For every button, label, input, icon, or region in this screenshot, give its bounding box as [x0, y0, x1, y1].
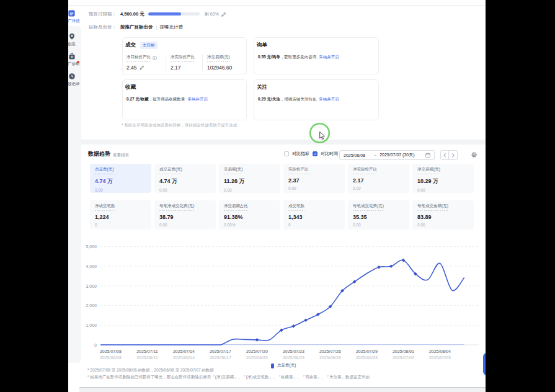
metric-tile-compare-value: 0.00: [417, 223, 469, 227]
gear-icon[interactable]: [471, 151, 477, 158]
budget-value: 4,500.00 元: [120, 11, 144, 17]
metric-tile-compare-value: 0.00: [288, 186, 340, 190]
goal-card-title-text: 成交: [125, 42, 136, 49]
goal-card-desc-rest: ，提升商品收藏数量: [149, 97, 185, 101]
metric-tile-9[interactable]: 成交笔数1,3430: [283, 200, 345, 229]
goal-metric-label-text: 净实际投产比: [171, 55, 195, 62]
metric-tile-4[interactable]: 净实际投产比2.170.00: [348, 164, 409, 193]
goal-metric: 净实际投产比2.17: [166, 55, 202, 71]
chevron-right-icon: [451, 153, 455, 158]
goal-card-desc-rest: ，增强店铺关注转化: [280, 97, 317, 101]
goal-card-2[interactable]: 收藏0.27 元/收藏，提升商品收藏数量采纳并开启: [122, 79, 247, 120]
x-axis-label-current: 2025/07/26: [319, 349, 341, 354]
goal-card-desc: 0.27 元/收藏，提升商品收藏数量采纳并开启: [127, 97, 208, 102]
idea-pin-icon: [68, 33, 76, 40]
goal-card-title: 关注: [257, 84, 267, 91]
chart-legend[interactable]: 总花费(元): [271, 363, 296, 368]
y-axis-label: 5,000: [86, 244, 97, 249]
goal-card-title-text: 关注: [257, 84, 267, 91]
x-axis-label-compare: 2025/07/05: [429, 355, 451, 360]
metric-tile-8[interactable]: 净交易额占比91.38%0.00%: [219, 200, 280, 229]
x-axis-label-compare: 2025/06/26: [319, 355, 341, 360]
x-axis-label-compare: 2025/06/23: [283, 355, 304, 360]
metric-tile-value: 2.17: [353, 177, 404, 184]
date-range-end: 2025/07/07 (30天): [380, 152, 414, 158]
metric-tile-label: 净交易额占比: [224, 203, 248, 211]
compare-time-checkbox[interactable]: 对比时间: [313, 151, 338, 157]
section-gap: [68, 140, 486, 145]
metric-tile-compare-value: 0: [95, 223, 146, 227]
x-axis-label-compare: 2025/06/08: [100, 355, 122, 360]
x-axis-label-current: 2025/07/08: [100, 349, 122, 354]
goal-metric-label-text: 净目标投产比: [127, 55, 151, 62]
metric-tile-11[interactable]: 每笔成交金额(元)83.890.00: [412, 200, 474, 229]
metric-tile-1[interactable]: 成交花费(元)4.74 万0.00: [154, 164, 216, 193]
x-axis-label-current: 2025/08/01: [393, 349, 414, 354]
budget-label: 预算日限额：: [89, 11, 117, 17]
bid-option-by-impression[interactable]: 按曝光计费: [160, 24, 184, 30]
x-axis-label-current: 2025/07/23: [283, 349, 304, 354]
metric-tile-10[interactable]: 每笔成交花费(元)35.350.00: [348, 200, 409, 229]
metric-tile-5[interactable]: 净交易额(元)10.29 万0.00: [412, 164, 474, 193]
goal-metric-value-text: 2.45: [127, 65, 137, 71]
metric-tile-3[interactable]: 实际投产比2.370.00: [283, 164, 345, 193]
metric-tile-compare-value: 0.00: [353, 223, 404, 227]
adopt-enable-link[interactable]: 采纳并开启: [319, 55, 339, 59]
x-axis-label-current: 2025/07/17: [210, 349, 231, 354]
x-axis-label-current: 2025/07/14: [173, 349, 195, 354]
x-axis-label-compare: 2025/06/20: [246, 355, 268, 360]
goal-card-deal[interactable]: 成交主目标净目标投产比2.45净实际投产比2.17净交易额(元)102946.6…: [122, 37, 247, 74]
goal-metric-label: 净目标投产比: [127, 55, 166, 62]
edit-target-icon[interactable]: [140, 65, 144, 70]
budget-progress-fill: [148, 12, 181, 16]
goal-card-1[interactable]: 询单0.55 元/询单，获取更多意向咨询采纳并开启: [254, 37, 379, 74]
metric-tile-label: 每笔成交金额(元): [417, 203, 448, 211]
legend-swatch: [271, 363, 274, 368]
x-axis-label-compare: 2025/06/11: [136, 355, 158, 360]
metric-tile-0[interactable]: 总花费(元)4.74 万0.00: [90, 164, 151, 193]
info-icon[interactable]: [153, 56, 157, 60]
goal-card-title: 收藏: [125, 84, 136, 91]
next-period-button[interactable]: [449, 150, 458, 160]
goal-card-desc: 0.55 元/询单，获取更多意向咨询采纳并开启: [258, 55, 339, 60]
adopt-enable-link[interactable]: 采纳并开启: [187, 97, 208, 101]
goal-metric: 净交易额(元)102946.60: [202, 55, 232, 71]
metric-tile-2[interactable]: 交易额(元)11.26 万0.00: [219, 164, 280, 193]
metric-tile-compare-value: 0.00: [224, 188, 275, 192]
metric-tile-value: 1,343: [288, 214, 340, 220]
metric-tile-label: 每笔成交花费(元): [353, 203, 384, 211]
x-axis-label-current: 2025/07/11: [136, 349, 158, 354]
adopt-enable-link[interactable]: 采纳并开启: [319, 97, 339, 101]
horizontal-scrollbar[interactable]: [79, 387, 486, 392]
budget-progressbar: [148, 12, 200, 16]
view-report-link[interactable]: 查看报表: [113, 153, 129, 158]
data-point-marker: [304, 318, 308, 322]
metric-tile-label: 净交易额(元): [417, 167, 440, 174]
chart-footnote-2: * 如果推广在暂停或删除前已经获得了曝光，那么在暂停或删除后展示「(净)交易额」…: [87, 375, 370, 380]
goal-metric-label-text: 净交易额(元): [207, 55, 230, 62]
metric-tile-label: 每笔净成交花费(元): [159, 203, 194, 211]
goal-note: * 系统会尽可能达成你设置的目标，保持稳定投放有助于提升达成: [122, 123, 237, 128]
compare-metric-checkbox[interactable]: 对比指标: [284, 151, 309, 157]
trend-line-chart[interactable]: 01,0002,0003,0004,0005,0002025/07/082025…: [68, 236, 486, 363]
metric-tile-value: 10.29 万: [417, 177, 469, 185]
date-range-picker[interactable]: 2025/06/08 ~ 2025/07/07 (30天): [339, 150, 435, 160]
metric-tile-6[interactable]: 净成交笔数1,2240: [90, 200, 151, 229]
compare-time-checkbox-box[interactable]: [313, 151, 317, 156]
prev-period-button[interactable]: [440, 150, 449, 160]
goal-card-3[interactable]: 关注0.29 元/关注，增强店铺关注转化采纳并开启: [254, 79, 379, 120]
metric-tile-label: 交易额(元): [224, 167, 242, 174]
metric-tile-label: 实际投产比: [288, 167, 309, 174]
x-axis-label-current: 2025/07/20: [246, 349, 268, 354]
right-black-bar: [486, 0, 555, 392]
main-content: 预算日限额： 4,500.00 元 剩 63% 目标及出价： 按推广目标出价 按…: [68, 0, 486, 392]
goal-card-desc: 0.29 元/关注，增强店铺关注转化采纳并开启: [258, 97, 339, 102]
edit-budget-icon[interactable]: [221, 12, 226, 17]
compare-metric-checkbox-box[interactable]: [284, 151, 289, 156]
goal-card-desc-strong: 0.29 元/关注: [258, 97, 280, 101]
main-series-line: [100, 260, 464, 345]
metric-tile-7[interactable]: 每笔净成交花费(元)38.790.00: [154, 200, 216, 229]
chevron-left-icon: [443, 153, 447, 158]
date-range-separator: ~: [374, 153, 376, 158]
bid-option-by-goal[interactable]: 按推广目标出价: [120, 24, 153, 30]
